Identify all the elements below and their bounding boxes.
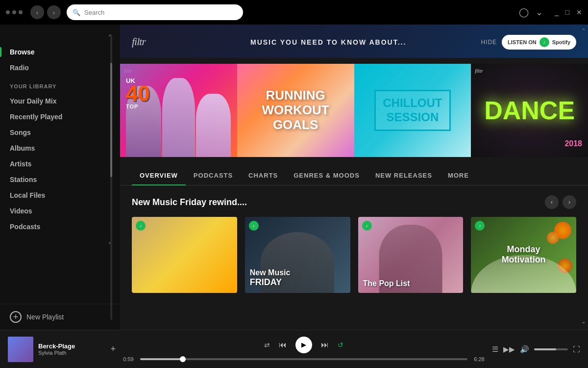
volume-fill (534, 348, 556, 350)
progress-fill (140, 358, 183, 360)
listen-on-spotify-button[interactable]: LISTEN ON ♪ Spotify (502, 35, 576, 50)
playlist-card-chillout[interactable]: filtr CHILLOUTSESSION (354, 64, 471, 157)
volume-bar[interactable] (534, 348, 568, 350)
main-layout: ⌃ Browse Radio YOUR LIBRARY Your Daily M… (0, 25, 588, 330)
tab-charts[interactable]: CHARTS (241, 165, 286, 185)
player-thumbnail (8, 337, 33, 362)
spotify-label: Spotify (552, 39, 570, 45)
sidebar-item-browse[interactable]: Browse (0, 44, 120, 60)
player-track-text: Berck-Plage Sylvia Plath (38, 342, 105, 356)
spotify-logo: ♪ (539, 37, 549, 47)
new-playlist-button[interactable]: + New Playlist (0, 304, 120, 330)
player-track-name: Berck-Plage (38, 342, 105, 350)
queue-icon[interactable]: ☰ (492, 345, 498, 354)
user-icon[interactable]: ◯ (519, 7, 529, 18)
player-buttons: ⇄ ⏮ ▶ ⏭ ↺ (264, 337, 343, 353)
chillout-card-title: CHILLOUTSESSION (374, 90, 450, 131)
tab-overview[interactable]: OVERVIEW (132, 165, 186, 185)
new-music-friday-label: New MusicFRIDAY (250, 268, 345, 288)
sidebar-item-local-files[interactable]: Local Files (0, 187, 120, 203)
music-card-monday-motivation[interactable]: ♪ Monday Motivation (471, 217, 576, 293)
content-scroll-down[interactable]: ⌄ (581, 318, 586, 325)
music-card-gradient[interactable]: ♪ (132, 217, 237, 293)
new-music-friday-section: New Music Friday rewind.... ‹ › ♪ ♪ (120, 185, 588, 293)
tab-genres[interactable]: GENRES & MOODS (286, 165, 368, 185)
music-card-pop-list[interactable]: ♪ The Pop List (358, 217, 464, 293)
tab-new-releases[interactable]: NEW RELEASES (368, 165, 440, 185)
tab-podcasts[interactable]: PODCASTS (186, 165, 241, 185)
player-artist: Sylvia Plath (38, 350, 105, 356)
section-prev-button[interactable]: ‹ (545, 195, 559, 209)
sidebar-item-recently-played[interactable]: Recently Played (0, 109, 120, 125)
titlebar-dots (6, 10, 23, 14)
dropdown-icon[interactable]: ⌄ (536, 7, 543, 18)
sidebar-item-songs[interactable]: Songs (0, 125, 120, 140)
listen-on-label: LISTEN ON (508, 39, 537, 45)
search-icon: 🔍 (73, 9, 80, 16)
music-card-new-music-friday[interactable]: ♪ New MusicFRIDAY (245, 217, 350, 293)
content-scroll-up[interactable]: ⌃ (581, 27, 586, 34)
devices-icon[interactable]: ▶▶ (503, 345, 515, 354)
dance-filtr-badge: filtr (475, 68, 483, 74)
dot-3 (19, 10, 23, 14)
sidebar-item-artists[interactable]: Artists (0, 156, 120, 172)
playlist-card-running[interactable]: filtr RUNNINGWORKOUTGOALS (237, 64, 354, 157)
section-nav: ‹ › (545, 195, 576, 209)
dance-card-title: DANCE (484, 96, 575, 125)
player-add-button[interactable]: + (110, 344, 116, 354)
dot-2 (12, 10, 16, 14)
maximize-button[interactable]: □ (565, 8, 569, 16)
repeat-button[interactable]: ↺ (338, 341, 343, 349)
nav-arrows: ‹ › (30, 5, 61, 19)
hide-button[interactable]: HIDE (481, 39, 497, 46)
search-bar[interactable]: 🔍 (67, 4, 243, 20)
section-header: New Music Friday rewind.... ‹ › (132, 195, 576, 209)
fullscreen-icon[interactable]: ⛶ (573, 345, 580, 353)
progress-current: 0:59 (121, 356, 136, 362)
browse-tabs: OVERVIEW PODCASTS CHARTS GENRES & MOODS … (120, 165, 588, 185)
player-controls: ⇄ ⏮ ▶ ⏭ ↺ 0:59 6:28 (121, 337, 487, 362)
shuffle-button[interactable]: ⇄ (264, 341, 270, 349)
search-input[interactable] (84, 9, 237, 16)
music-cards: ♪ ♪ New MusicFRIDAY ♪ (132, 217, 576, 293)
dot-1 (6, 10, 10, 14)
spotify-badge-4: ♪ (475, 221, 485, 231)
sidebar-item-podcasts[interactable]: Podcasts (0, 219, 120, 235)
filtr-right: HIDE LISTEN ON ♪ Spotify (481, 35, 576, 50)
minimize-button[interactable]: ⎯ (555, 8, 559, 16)
play-pause-button[interactable]: ▶ (295, 337, 312, 353)
sidebar-item-albums[interactable]: Albums (0, 140, 120, 156)
forward-button[interactable]: › (47, 5, 61, 19)
back-button[interactable]: ‹ (30, 5, 44, 19)
thumb-image (8, 337, 33, 362)
prev-button[interactable]: ⏮ (279, 341, 287, 349)
next-button[interactable]: ⏭ (321, 341, 329, 349)
active-indicator (0, 47, 1, 57)
playlist-card-dance[interactable]: filtr DANCE 2018 (471, 64, 588, 157)
sidebar-item-daily-mix[interactable]: Your Daily Mix (0, 93, 120, 109)
progress-total: 6:28 (471, 356, 487, 362)
close-button[interactable]: ✕ (576, 8, 582, 16)
dance-card-year: 2018 (564, 139, 582, 148)
tab-more[interactable]: MORE (440, 165, 477, 185)
player-progress: 0:59 6:28 (121, 356, 487, 362)
radio-label: Radio (10, 64, 29, 72)
volume-icon[interactable]: 🔊 (520, 345, 529, 354)
sidebar-item-videos[interactable]: Videos (0, 203, 120, 219)
plus-icon: + (10, 311, 22, 323)
pop-list-label: The Pop List (363, 279, 459, 288)
titlebar: ‹ › 🔍 ◯ ⌄ ⎯ □ ✕ (0, 0, 588, 25)
filtr-banner: filtr MUSIC YOU NEED TO KNOW ABOUT... HI… (120, 25, 588, 58)
section-next-button[interactable]: › (563, 195, 576, 209)
filtr-tagline: MUSIC YOU NEED TO KNOW ABOUT... (186, 38, 471, 46)
progress-bar[interactable] (140, 358, 467, 360)
running-card-title: RUNNINGWORKOUTGOALS (257, 88, 334, 132)
content-area: ⌃ ⌄ filtr MUSIC YOU NEED TO KNOW ABOUT..… (120, 25, 588, 330)
sidebar-item-stations[interactable]: Stations (0, 172, 120, 187)
window-controls: ⎯ □ ✕ (555, 8, 582, 16)
sidebar-scroll: ⌃ Browse Radio YOUR LIBRARY Your Daily M… (0, 25, 120, 304)
spotify-badge-1: ♪ (136, 221, 146, 231)
player-track-info: Berck-Plage Sylvia Plath + (8, 337, 116, 362)
playlist-card-uk40[interactable]: filtr UK 40 TOP (120, 64, 237, 157)
sidebar-item-radio[interactable]: Radio (0, 60, 120, 76)
